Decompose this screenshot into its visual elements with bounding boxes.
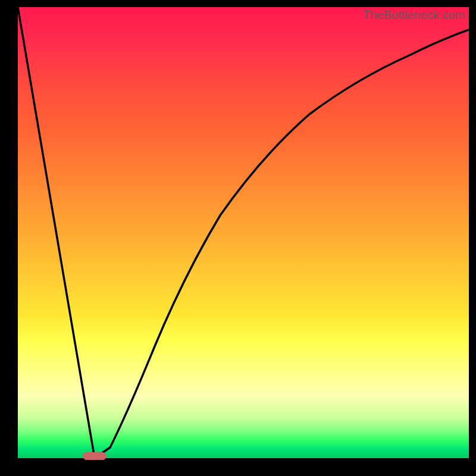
optimal-marker [83,452,107,460]
watermark-text: TheBottleneck.com [364,8,465,22]
bottleneck-curve [18,7,469,458]
